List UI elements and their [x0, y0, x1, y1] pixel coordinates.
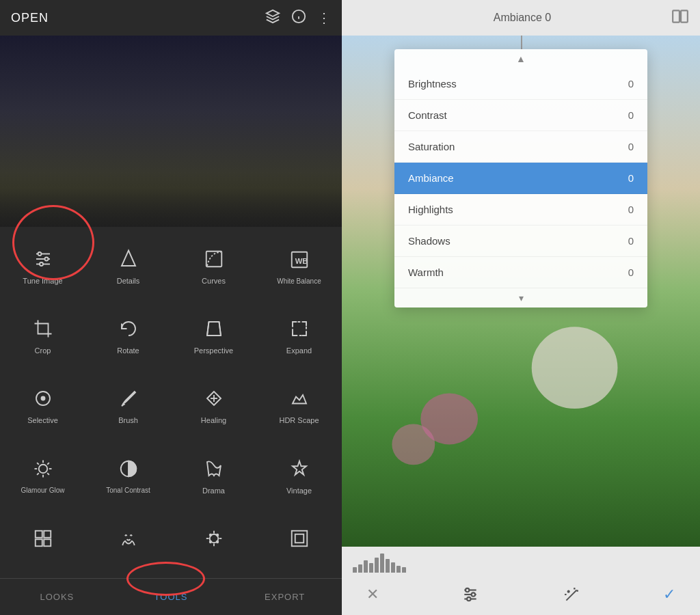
grid-tool-icon — [33, 528, 53, 552]
svg-point-9 — [40, 262, 43, 266]
tool-hdr-scape[interactable]: HDR Scape — [256, 372, 342, 441]
right-action-bar: ✕ — [342, 575, 700, 614]
selective-label: Selective — [27, 416, 58, 425]
brightness-value: 0 — [620, 78, 634, 90]
contrast-label: Contrast — [408, 109, 447, 121]
svg-rect-17 — [293, 322, 306, 336]
svg-point-8 — [44, 258, 48, 261]
svg-point-45 — [216, 541, 218, 543]
svg-point-43 — [216, 534, 218, 536]
slider-panel: ▲ Brightness 0 Contrast 0 Saturation 0 A… — [394, 49, 647, 308]
confirm-button[interactable]: ✓ — [659, 582, 679, 607]
contrast-value: 0 — [620, 109, 634, 121]
svg-rect-47 — [295, 534, 304, 543]
selective-icon — [33, 388, 53, 412]
brightness-label: Brightness — [408, 78, 457, 90]
tool-brush[interactable]: Brush — [85, 372, 171, 441]
right-panel-title: Ambiance 0 — [373, 12, 671, 24]
tool-vintage[interactable]: Vintage — [256, 442, 342, 512]
ambiance-value: 0 — [620, 172, 634, 184]
right-bottom: ✕ — [342, 547, 700, 615]
svg-rect-34 — [44, 531, 51, 538]
highlights-label: Highlights — [408, 204, 453, 215]
slider-contrast[interactable]: Contrast 0 — [394, 100, 647, 131]
rotate-icon — [118, 318, 139, 342]
tool-tune-image[interactable]: Tune Image — [0, 232, 85, 302]
info-icon[interactable] — [291, 9, 306, 27]
shadows-label: Shadows — [408, 235, 450, 247]
tool-face[interactable] — [85, 512, 171, 573]
magic-tool-icon — [204, 528, 224, 552]
svg-point-58 — [472, 592, 475, 596]
crop-icon — [33, 318, 53, 342]
hdr-scape-icon — [289, 388, 310, 412]
expand-label: Expand — [286, 346, 312, 355]
magic-wand-button[interactable] — [558, 582, 584, 607]
tool-curves[interactable]: Curves — [171, 232, 256, 302]
svg-point-59 — [467, 597, 470, 601]
perspective-icon — [204, 318, 224, 342]
tonal-contrast-icon — [118, 459, 139, 482]
more-icon[interactable]: ⋮ — [317, 10, 331, 26]
highlights-value: 0 — [620, 204, 634, 215]
tune-image-icon — [33, 249, 53, 273]
svg-point-57 — [466, 588, 469, 592]
saturation-value: 0 — [620, 141, 634, 152]
slider-ambiance[interactable]: Ambiance 0 — [394, 163, 647, 194]
tune-adjust-button[interactable] — [457, 582, 483, 607]
tool-crop[interactable]: Crop — [0, 302, 85, 372]
nav-tools[interactable]: TOOLS — [114, 579, 228, 615]
tool-perspective[interactable]: Perspective — [171, 302, 256, 372]
ambiance-label: Ambiance — [408, 172, 454, 184]
right-top-bar: Ambiance 0 — [342, 0, 700, 36]
tool-expand[interactable]: Expand — [256, 302, 342, 372]
healing-icon — [204, 388, 224, 412]
svg-line-30 — [37, 474, 39, 476]
white-balance-label: White Balance — [277, 277, 321, 286]
svg-rect-49 — [681, 10, 688, 22]
svg-line-27 — [37, 463, 39, 465]
tool-rotate[interactable]: Rotate — [85, 302, 171, 372]
tool-frame[interactable] — [256, 512, 342, 573]
tool-selective[interactable]: Selective — [0, 372, 85, 441]
nav-export[interactable]: EXPORT — [228, 579, 342, 615]
warmth-label: Warmth — [408, 266, 444, 278]
tool-glamour-glow[interactable]: Glamour Glow — [0, 442, 85, 512]
slider-saturation[interactable]: Saturation 0 — [394, 131, 647, 163]
tune-image-label: Tune Image — [23, 277, 62, 286]
brush-label: Brush — [118, 416, 138, 425]
tool-magic[interactable] — [171, 512, 256, 573]
glamour-glow-icon — [33, 459, 53, 482]
tonal-contrast-label: Tonal Contrast — [106, 487, 150, 495]
svg-rect-36 — [44, 539, 51, 546]
svg-point-22 — [38, 465, 47, 474]
left-panel: OPEN ⋮ — [0, 0, 342, 615]
layers-icon[interactable] — [265, 9, 280, 27]
tool-grid[interactable] — [0, 512, 85, 573]
histogram-area — [342, 547, 700, 575]
scroll-down-arrow[interactable]: ▾ — [394, 288, 647, 308]
scroll-up-arrow[interactable]: ▲ — [394, 49, 647, 68]
slider-highlights[interactable]: Highlights 0 — [394, 194, 647, 226]
glamour-glow-label: Glamour Glow — [21, 487, 65, 495]
crop-label: Crop — [35, 346, 51, 355]
cancel-button[interactable]: ✕ — [362, 582, 383, 607]
split-view-icon[interactable] — [671, 8, 689, 29]
svg-point-44 — [209, 541, 211, 543]
image-preview — [0, 36, 342, 227]
tool-white-balance[interactable]: WB White Balance — [256, 232, 342, 302]
tool-details[interactable]: Details — [85, 232, 171, 302]
slider-shadows[interactable]: Shadows 0 — [394, 226, 647, 257]
svg-marker-32 — [293, 461, 306, 474]
hdr-scape-label: HDR Scape — [279, 416, 319, 425]
top-bar: OPEN ⋮ — [0, 0, 342, 36]
tool-healing[interactable]: Healing — [171, 372, 256, 441]
slider-warmth[interactable]: Warmth 0 — [394, 257, 647, 288]
bottom-nav: LOOKS TOOLS EXPORT — [0, 578, 342, 615]
warmth-value: 0 — [620, 266, 634, 278]
tool-drama[interactable]: Drama — [171, 442, 256, 512]
nav-looks[interactable]: LOOKS — [0, 579, 114, 615]
divider-line — [521, 36, 522, 49]
tool-tonal-contrast[interactable]: Tonal Contrast — [85, 442, 171, 512]
slider-brightness[interactable]: Brightness 0 — [394, 68, 647, 100]
